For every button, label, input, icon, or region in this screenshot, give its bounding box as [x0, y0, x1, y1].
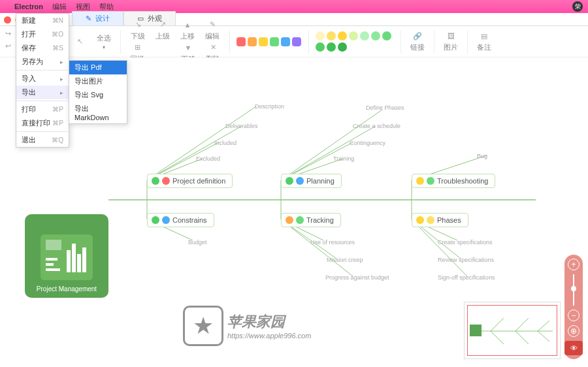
- note-icon: ▤: [479, 31, 489, 41]
- color-swatch[interactable]: [338, 31, 347, 40]
- branch-label: Create a schedule: [353, 123, 400, 129]
- menu-export[interactable]: 导出: [16, 86, 69, 99]
- zoom-slider[interactable]: [573, 274, 574, 306]
- toggle-minimap-button[interactable]: 👁: [564, 341, 583, 355]
- move-up-button[interactable]: ▲上移: [178, 20, 197, 41]
- edit-button[interactable]: ✎编辑: [203, 20, 222, 41]
- check-icon: [286, 177, 293, 185]
- branch-label: Continguency: [350, 140, 385, 146]
- minimap[interactable]: [464, 302, 561, 359]
- svg-rect-6: [46, 258, 57, 261]
- branch-label: Use of resources: [310, 239, 355, 246]
- node-phases[interactable]: Phases: [412, 213, 468, 227]
- user-icon[interactable]: 荣: [572, 1, 583, 12]
- root-label: Project Management: [37, 285, 97, 293]
- color-swatch[interactable]: [338, 42, 347, 52]
- level-down-button[interactable]: ↘下级: [128, 20, 148, 41]
- export-markdown[interactable]: 导出 MarkDown: [69, 102, 127, 123]
- node-troubleshooting[interactable]: Troubleshooting: [412, 174, 495, 188]
- svg-rect-7: [46, 263, 54, 266]
- zoom-in-button[interactable]: +: [568, 259, 580, 270]
- ribbon-tabs: ✎设计 ▭外观: [0, 13, 588, 26]
- quick-toolbar: ↪ ↩: [5, 29, 11, 50]
- link-button[interactable]: 🔗链接: [408, 31, 427, 52]
- up-icon: ↗: [157, 20, 168, 30]
- node-constrains[interactable]: Constrains: [147, 213, 214, 227]
- export-svg[interactable]: 导出 Svg: [69, 88, 127, 102]
- flag-icon: [296, 177, 304, 185]
- zoom-controls: + − ⊕ 👁: [564, 255, 583, 359]
- delete-icon: ✕: [208, 42, 218, 53]
- menu-save[interactable]: 保存⌘S: [16, 41, 69, 55]
- link-icon: 🔗: [412, 31, 423, 41]
- export-pdf[interactable]: 导出 Pdf: [69, 61, 127, 74]
- menu-edit[interactable]: 编辑: [52, 2, 67, 12]
- svg-rect-4: [77, 254, 81, 272]
- close-icon[interactable]: [4, 16, 11, 24]
- image-button[interactable]: 🖼图片: [441, 31, 461, 52]
- color-boxes[interactable]: [237, 37, 302, 46]
- zoom-out-button[interactable]: −: [568, 310, 580, 321]
- color-swatch[interactable]: [382, 31, 391, 40]
- menu-saveas[interactable]: 另存为: [16, 55, 69, 69]
- color-swatch[interactable]: [259, 37, 268, 46]
- root-node[interactable]: Project Management: [25, 214, 108, 298]
- flag-icon: [162, 216, 170, 224]
- check-icon: [152, 216, 159, 224]
- edit-icon: ✎: [207, 20, 218, 30]
- cursor-button[interactable]: ↖: [72, 37, 88, 47]
- zoom-fit-button[interactable]: ⊕: [568, 325, 580, 337]
- color-swatch[interactable]: [360, 31, 369, 40]
- menu-print[interactable]: 打印⌘P: [16, 103, 69, 116]
- color-swatch[interactable]: [327, 42, 336, 52]
- undo-icon[interactable]: ↩: [5, 42, 11, 50]
- color-swatch[interactable]: [281, 37, 290, 46]
- menu-print-direct[interactable]: 直接打印⌘P: [16, 116, 69, 130]
- color-swatch[interactable]: [371, 31, 380, 40]
- menu-new[interactable]: 新建⌘N: [16, 14, 69, 27]
- branch-label: Excluded: [196, 155, 220, 162]
- color-swatch[interactable]: [292, 37, 301, 46]
- svg-rect-2: [67, 250, 71, 272]
- color-swatch[interactable]: [270, 37, 279, 46]
- redo-icon[interactable]: ↪: [5, 29, 11, 38]
- node-project-definition[interactable]: Project definition: [147, 174, 233, 188]
- branch-label: Included: [214, 140, 237, 146]
- menu-help[interactable]: 帮助: [99, 2, 114, 12]
- color-swatch[interactable]: [349, 31, 358, 40]
- level-up-button[interactable]: ↗上级: [153, 20, 172, 41]
- branch-label: Description: [255, 103, 284, 110]
- tab-design[interactable]: ✎设计: [72, 11, 123, 25]
- star-icon: ★: [193, 312, 214, 340]
- chart-icon: [41, 234, 93, 280]
- color-swatch[interactable]: [327, 31, 336, 40]
- branch-label: Mission creep: [327, 257, 363, 263]
- svg-rect-5: [82, 247, 86, 272]
- color-dots[interactable]: [316, 31, 394, 52]
- select-all-button[interactable]: 全选▾: [94, 33, 114, 50]
- branch-label: Review specifications: [438, 257, 494, 263]
- color-swatch[interactable]: [316, 42, 325, 52]
- color-swatch[interactable]: [237, 37, 246, 46]
- node-tracking[interactable]: Tracking: [281, 213, 341, 227]
- warn-icon: [416, 177, 424, 185]
- menu-open[interactable]: 打开⌘O: [16, 27, 69, 41]
- export-image[interactable]: 导出图片: [69, 74, 127, 88]
- minimap-lines: [465, 302, 561, 360]
- watermark: ★ 苹果家园https://www.apple996.com: [183, 306, 311, 346]
- pencil-icon: ✎: [86, 14, 91, 23]
- movedown-icon: ▼: [183, 42, 193, 53]
- menu-exit[interactable]: 退出⌘Q: [16, 133, 69, 147]
- menu-view[interactable]: 视图: [76, 2, 90, 12]
- same-icon: ⊞: [132, 42, 142, 53]
- down-icon: ↘: [133, 20, 143, 30]
- color-swatch[interactable]: [316, 31, 325, 40]
- check-icon: [152, 177, 159, 185]
- node-planning[interactable]: Planning: [281, 174, 342, 188]
- note-button[interactable]: ▤备注: [474, 31, 494, 52]
- color-swatch[interactable]: [248, 37, 257, 46]
- menu-app[interactable]: Electron: [14, 3, 43, 10]
- branch-label: Bug: [477, 153, 487, 159]
- menu-import[interactable]: 导入: [16, 72, 69, 86]
- flag-icon: [296, 216, 304, 224]
